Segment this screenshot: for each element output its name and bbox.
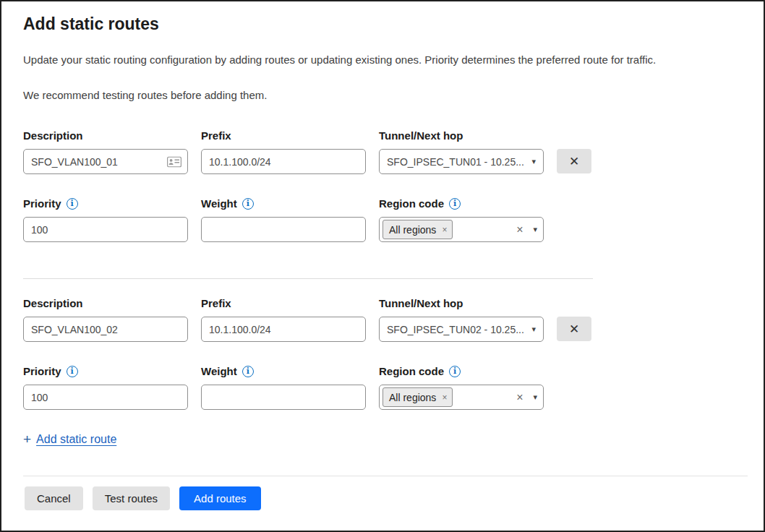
prefix-label-text: Prefix <box>201 297 231 310</box>
add-static-routes-dialog: Add static routes Update your static rou… <box>0 0 765 532</box>
chevron-down-icon[interactable]: ▾ <box>533 392 537 402</box>
prefix-input[interactable] <box>201 149 366 174</box>
region-code-label-text: Region code <box>379 197 444 210</box>
region-chip[interactable]: All regions × <box>382 387 453 407</box>
region-code-select[interactable]: All regions × × ▾ <box>379 217 544 242</box>
test-routes-button[interactable]: Test routes <box>93 486 170 510</box>
region-code-label: Region code i <box>379 197 544 210</box>
cancel-button[interactable]: Cancel <box>25 486 83 510</box>
region-chip[interactable]: All regions × <box>382 220 453 239</box>
info-icon[interactable]: i <box>449 198 461 210</box>
add-static-route-link[interactable]: Add static route <box>36 433 116 446</box>
description-label-text: Description <box>23 297 83 310</box>
routes-form: Description <box>23 129 593 446</box>
footer-divider <box>23 476 748 476</box>
tunnel-select[interactable]: SFO_IPSEC_TUN01 - 10.25... ▾ <box>379 149 544 174</box>
region-chip-label: All regions <box>389 224 436 236</box>
region-code-label-text: Region code <box>379 365 444 378</box>
weight-label-text: Weight <box>201 197 237 210</box>
remove-route-button[interactable]: ✕ <box>557 317 591 341</box>
tunnel-select[interactable]: SFO_IPSEC_TUN02 - 10.25... ▾ <box>379 317 544 342</box>
plus-icon: + <box>23 432 31 446</box>
priority-input[interactable] <box>23 385 188 410</box>
chevron-down-icon: ▾ <box>531 157 536 166</box>
chevron-down-icon[interactable]: ▾ <box>533 225 537 234</box>
prefix-input[interactable] <box>201 317 366 342</box>
description-input[interactable] <box>23 317 188 342</box>
chevron-down-icon: ▾ <box>531 325 536 334</box>
tunnel-selected-value: SFO_IPSEC_TUN01 - 10.25... <box>387 156 526 168</box>
add-routes-button[interactable]: Add routes <box>179 486 261 510</box>
weight-label: Weight i <box>201 197 366 210</box>
remove-route-button[interactable]: ✕ <box>557 149 591 173</box>
tunnel-label-text: Tunnel/Next hop <box>379 129 463 142</box>
dialog-subtitle: Update your static routing configuration… <box>23 52 748 67</box>
section-divider <box>23 278 593 279</box>
clear-selection-icon[interactable]: × <box>512 223 527 236</box>
region-code-select[interactable]: All regions × × ▾ <box>379 385 544 410</box>
tunnel-label: Tunnel/Next hop <box>379 297 544 310</box>
info-icon[interactable]: i <box>242 366 254 377</box>
prefix-label-text: Prefix <box>201 129 231 142</box>
info-icon[interactable]: i <box>242 198 254 210</box>
info-icon[interactable]: i <box>67 198 78 210</box>
weight-label-text: Weight <box>201 365 237 378</box>
contact-card-icon <box>167 156 181 167</box>
description-label: Description <box>23 129 188 142</box>
page-title: Add static routes <box>23 13 748 35</box>
priority-label-text: Priority <box>23 365 61 378</box>
priority-label: Priority i <box>23 365 188 378</box>
route-section-2: Description Prefix Tunnel/Next hop <box>23 297 593 410</box>
tunnel-label: Tunnel/Next hop <box>379 129 544 142</box>
region-chip-label: All regions <box>389 392 436 403</box>
chip-remove-icon[interactable]: × <box>442 225 447 235</box>
description-label: Description <box>23 297 188 310</box>
dialog-note: We recommend testing routes before addin… <box>23 87 748 103</box>
priority-label-text: Priority <box>23 197 61 210</box>
description-label-text: Description <box>23 129 83 142</box>
info-icon[interactable]: i <box>67 366 78 377</box>
route-section-1: Description <box>23 129 593 242</box>
info-icon[interactable]: i <box>449 366 461 377</box>
chip-remove-icon[interactable]: × <box>442 392 447 403</box>
description-input[interactable] <box>23 149 188 174</box>
region-code-label: Region code i <box>379 365 544 378</box>
weight-label: Weight i <box>201 365 366 378</box>
weight-input[interactable] <box>201 385 366 410</box>
clear-selection-icon[interactable]: × <box>512 391 527 404</box>
prefix-label: Prefix <box>201 297 366 310</box>
weight-input[interactable] <box>201 217 366 242</box>
priority-label: Priority i <box>23 197 188 210</box>
dialog-footer: Cancel Test routes Add routes <box>23 476 748 510</box>
tunnel-selected-value: SFO_IPSEC_TUN02 - 10.25... <box>387 324 526 335</box>
prefix-label: Prefix <box>201 129 366 142</box>
priority-input[interactable] <box>23 217 188 242</box>
tunnel-label-text: Tunnel/Next hop <box>379 297 463 310</box>
